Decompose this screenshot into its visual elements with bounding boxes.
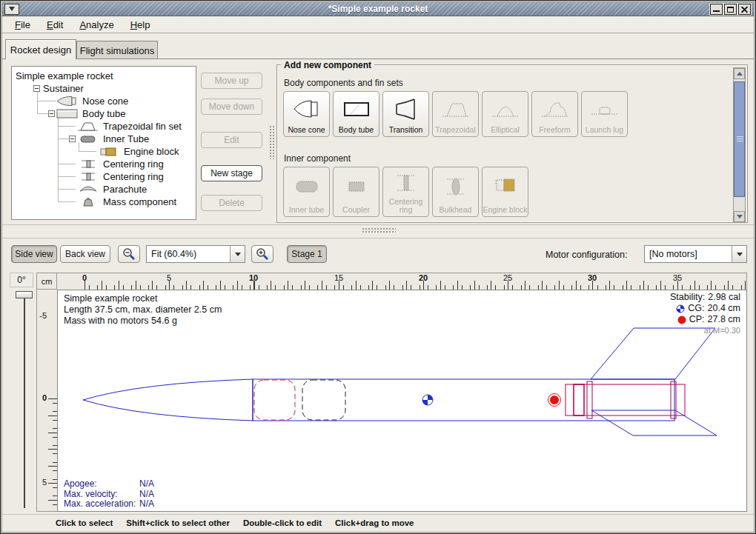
minimize-button[interactable]	[710, 4, 723, 15]
bulkhead-icon	[441, 176, 471, 198]
engine-block-icon	[491, 176, 520, 198]
add-bulkhead-button[interactable]: Bulkhead	[432, 167, 479, 217]
zoom-in-icon	[255, 247, 270, 261]
splitter-vertical[interactable]	[269, 125, 275, 159]
freeform-fin-icon	[540, 96, 570, 121]
elliptical-fin-icon	[491, 96, 520, 121]
coupler-icon	[342, 176, 371, 198]
tree-item-nose-cone[interactable]: Nose cone	[56, 95, 128, 107]
tree-item-parachute[interactable]: Parachute	[77, 183, 147, 196]
tree-item-mass-component[interactable]: Mass component	[77, 196, 176, 208]
add-nose-cone-button[interactable]: Nose cone	[283, 91, 330, 137]
engine-block-icon	[98, 147, 120, 156]
delete-button[interactable]: Delete	[201, 195, 262, 211]
trapezoidal-fin-icon	[77, 121, 99, 131]
cg-label: CG:	[688, 303, 704, 314]
move-down-button[interactable]: Move down	[201, 99, 262, 115]
centering-ring-icon	[391, 172, 421, 194]
cp-marker	[548, 394, 561, 407]
tree-item-fin-set[interactable]: Trapezoidal fin set	[77, 120, 182, 133]
tree-item-engine-block[interactable]: Engine block	[98, 145, 179, 158]
tab-divider	[2, 59, 754, 59]
scroll-up-button[interactable]	[734, 68, 745, 79]
tree-item-inner-tube[interactable]: Inner Tube	[77, 133, 149, 145]
add-trapezoidal-fin-button[interactable]: Trapezoidal	[432, 91, 479, 137]
component-panel-scrollbar[interactable]	[733, 67, 746, 223]
hint-shift-click: Shift+click to select other	[126, 518, 230, 527]
component-tree[interactable]: Simple example rocket Sustainer Nose con…	[11, 66, 196, 220]
arrow-down-icon	[737, 215, 743, 218]
rotation-slider-handle[interactable]	[16, 291, 33, 298]
zoom-out-icon	[122, 247, 136, 261]
menu-file[interactable]: File	[8, 18, 37, 32]
cg-icon	[676, 304, 685, 313]
add-engine-block-button[interactable]: Engine block	[482, 167, 528, 217]
add-centering-ring-button[interactable]: Centering ring	[382, 167, 429, 217]
hint-double-click: Double-click to edit	[243, 518, 322, 527]
application-window: *Simple example rocket File Edit Analyze…	[0, 0, 756, 534]
ruler-unit-label: cm	[36, 273, 57, 290]
new-stage-button[interactable]: New stage	[201, 165, 262, 181]
launch-lug-icon	[590, 96, 620, 121]
centering-ring-icon	[77, 172, 99, 181]
rotation-angle-label: 0°	[10, 273, 33, 287]
rocket-view-canvas[interactable]: Simple example rocket Length 37.5 cm, ma…	[57, 290, 747, 512]
vertical-ruler: -5 0 5	[36, 290, 57, 512]
add-freeform-fin-button[interactable]: Freeform	[531, 91, 578, 137]
body-tube-icon	[342, 96, 371, 121]
simulation-results: Apogee:N/A Max. velocity:N/A Max. accele…	[64, 479, 154, 510]
zoom-in-button[interactable]	[251, 245, 273, 263]
add-component-title: Add new component	[281, 60, 374, 70]
edit-button[interactable]: Edit	[201, 132, 262, 148]
add-body-tube-button[interactable]: Body tube	[333, 91, 379, 137]
add-coupler-button[interactable]: Coupler	[333, 167, 379, 217]
motor-configuration-label: Motor configuration:	[546, 250, 627, 260]
splitter-horizontal[interactable]	[362, 227, 396, 233]
scrollbar-thumb[interactable]	[734, 81, 745, 197]
back-view-button[interactable]: Back view	[60, 245, 110, 263]
title-bar[interactable]: *Simple example rocket	[2, 2, 754, 16]
cp-label: CP:	[689, 314, 705, 325]
add-transition-button[interactable]: Transition	[382, 91, 429, 137]
hint-click-drag: Click+drag to move	[335, 518, 414, 527]
tree-item-centering-ring-1[interactable]: Centering ring	[77, 158, 164, 170]
nose-cone-icon	[56, 96, 79, 106]
expander-body-tube[interactable]	[48, 110, 55, 117]
nose-cone-icon	[292, 96, 322, 121]
tab-rocket-design[interactable]: Rocket design	[5, 39, 76, 59]
tree-item-body-tube[interactable]: Body tube	[56, 107, 126, 120]
stage-1-toggle[interactable]: Stage 1	[287, 245, 327, 263]
motor-configuration-select[interactable]: [No motors]	[644, 245, 747, 263]
expander-sustainer[interactable]	[33, 85, 40, 92]
tab-flight-simulations[interactable]: Flight simulations	[76, 41, 158, 59]
add-elliptical-fin-button[interactable]: Elliptical	[482, 91, 528, 137]
horizontal-ruler: 0 5 10 15 20 25 30 35	[57, 273, 747, 290]
rotation-slider-track	[24, 298, 25, 508]
menu-analyze[interactable]: Analyze	[73, 18, 120, 32]
tree-item-centering-ring-2[interactable]: Centering ring	[77, 170, 164, 183]
rocket-info-text: Simple example rocket Length 37.5 cm, ma…	[64, 293, 222, 327]
inner-tube-icon	[77, 134, 99, 144]
add-inner-tube-button[interactable]: Inner tube	[283, 167, 330, 217]
body-tube-icon	[56, 109, 79, 119]
tree-item-rocket[interactable]: Simple example rocket	[16, 70, 113, 82]
transition-icon	[391, 96, 421, 121]
centering-ring-icon	[77, 159, 99, 169]
scroll-down-button[interactable]	[734, 211, 745, 222]
zoom-level-select[interactable]: Fit (60.4%)	[146, 245, 245, 263]
maximize-button[interactable]	[724, 4, 737, 15]
stability-info: Stability:2.98 cal CG:20.4 cm CP:27.8 cm…	[670, 292, 740, 336]
cg-marker	[422, 395, 433, 405]
tree-item-stage[interactable]: Sustainer	[43, 82, 84, 95]
add-launch-lug-button[interactable]: Launch lug	[581, 91, 628, 137]
zoom-out-button[interactable]	[118, 245, 140, 263]
close-button[interactable]	[738, 4, 751, 15]
move-up-button[interactable]: Move up	[201, 73, 262, 89]
expander-inner-tube[interactable]	[69, 136, 76, 142]
minimize-icon	[713, 10, 720, 12]
window-menu-icon[interactable]	[4, 4, 19, 15]
side-view-button[interactable]: Side view	[11, 245, 57, 263]
menu-edit[interactable]: Edit	[40, 18, 70, 32]
hint-click-select: Click to select	[56, 518, 113, 527]
menu-help[interactable]: Help	[124, 18, 157, 32]
